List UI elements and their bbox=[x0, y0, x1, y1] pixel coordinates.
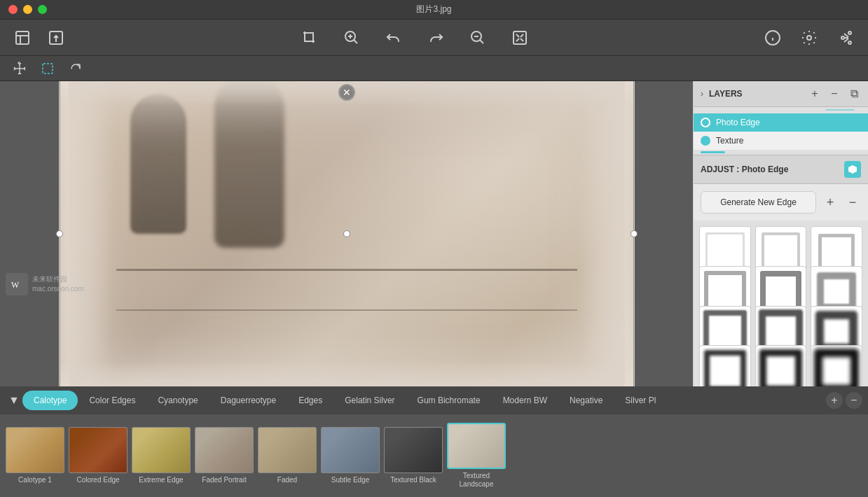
layers-remove-button[interactable]: − bbox=[827, 87, 841, 101]
layer-indicator-photo-edge bbox=[701, 118, 710, 127]
layer-name-photo-edge: Photo Edge bbox=[716, 118, 760, 127]
thumb-img-faded-portrait[interactable] bbox=[195, 427, 254, 473]
svg-point-8 bbox=[848, 31, 851, 34]
info-icon[interactable] bbox=[762, 27, 784, 49]
layers-chevron[interactable]: › bbox=[701, 89, 703, 99]
thumb-img-textured-black[interactable] bbox=[384, 427, 443, 473]
filter-add-button[interactable]: + bbox=[826, 392, 843, 409]
thumb-label-extreme-edge: Extreme Edge bbox=[139, 476, 183, 484]
redo-icon[interactable] bbox=[425, 27, 447, 49]
layer-item-photo-edge[interactable]: Photo Edge bbox=[694, 113, 868, 132]
tab-negative[interactable]: Negative bbox=[558, 391, 614, 410]
rect-select-icon[interactable] bbox=[39, 60, 56, 77]
tab-gum-bichromate[interactable]: Gum Bichromate bbox=[406, 391, 492, 410]
thumb-label-colored-edge: Colored Edge bbox=[76, 476, 119, 484]
generate-area: Generate New Edge + − bbox=[694, 184, 868, 220]
layer-item-texture[interactable]: Texture bbox=[694, 132, 868, 150]
thumb-img-calotype1[interactable] bbox=[6, 427, 64, 473]
adjust-header: ADJUST : Photo Edge bbox=[694, 155, 868, 184]
thumb-item-textured-black[interactable]: Textured Black bbox=[384, 427, 443, 484]
thumb-item-calotype1[interactable]: Calotype 1 bbox=[6, 427, 64, 484]
window-title: 图片3.jpg bbox=[416, 4, 451, 15]
thumb-item-faded[interactable]: Faded bbox=[258, 427, 317, 484]
generate-minus-button[interactable]: − bbox=[844, 194, 861, 211]
window-controls bbox=[8, 5, 47, 14]
thumb-img-extreme-edge[interactable] bbox=[132, 427, 191, 473]
thumb-img-textured-landscape[interactable] bbox=[447, 423, 506, 469]
watermark-logo: W bbox=[6, 273, 28, 295]
edges-grid bbox=[694, 220, 868, 386]
watermark-line1: 未来软件园 bbox=[32, 274, 84, 284]
svg-point-6 bbox=[807, 36, 811, 40]
photo-view-icon[interactable] bbox=[11, 27, 34, 49]
thumb-img-inner-calotype1 bbox=[6, 428, 64, 472]
layers-copy-button[interactable]: ⧉ bbox=[847, 87, 861, 101]
tab-gelatin-silver[interactable]: Gelatin Silver bbox=[333, 391, 406, 410]
edge-thumb-11[interactable] bbox=[755, 345, 807, 386]
thumb-item-faded-portrait[interactable]: Faded Portrait bbox=[195, 427, 254, 484]
sub-toolbar bbox=[0, 56, 868, 81]
filter-tabs: ▼ Calotype Color Edges Cyanotype Daguerr… bbox=[0, 386, 868, 414]
thumb-label-faded: Faded bbox=[277, 476, 297, 484]
thumb-item-subtle-edge[interactable]: Subtle Edge bbox=[321, 427, 380, 484]
scroll-indicator bbox=[826, 109, 854, 111]
thumb-img-inner-textured-black bbox=[385, 428, 442, 472]
thumb-label-faded-portrait: Faded Portrait bbox=[202, 476, 246, 484]
undo-icon[interactable] bbox=[383, 27, 405, 49]
share-icon[interactable] bbox=[834, 27, 857, 49]
move-icon[interactable] bbox=[11, 60, 28, 77]
edge-thumb-12[interactable] bbox=[811, 345, 862, 386]
generate-new-edge-button[interactable]: Generate New Edge bbox=[701, 191, 816, 214]
settings-icon[interactable] bbox=[798, 27, 820, 49]
zoom-out-icon[interactable] bbox=[467, 27, 489, 49]
thumbnail-strip: Calotype 1 Colored Edge Extreme Edge Fad… bbox=[0, 414, 868, 497]
thumb-img-subtle-edge[interactable] bbox=[321, 427, 380, 473]
tab-calotype[interactable]: Calotype bbox=[22, 391, 78, 410]
tab-modern-bw[interactable]: Modern BW bbox=[492, 391, 558, 410]
photo-mock bbox=[60, 81, 633, 386]
tab-silver-pl[interactable]: Silver Pl bbox=[614, 391, 667, 410]
titlebar: 图片3.jpg bbox=[0, 0, 868, 20]
rotate-icon[interactable] bbox=[67, 60, 84, 77]
photo-edge-overlay bbox=[60, 81, 633, 386]
fullscreen-icon[interactable] bbox=[509, 27, 531, 49]
tab-daguerreotype[interactable]: Daguerreotype bbox=[209, 391, 287, 410]
tab-edges[interactable]: Edges bbox=[287, 391, 333, 410]
thumb-item-textured-landscape[interactable]: TexturedLandscape bbox=[447, 423, 506, 489]
layer-indicator-texture bbox=[701, 136, 710, 146]
close-window-button[interactable] bbox=[8, 5, 18, 14]
main-toolbar bbox=[0, 20, 868, 56]
thumb-item-colored-edge[interactable]: Colored Edge bbox=[69, 427, 128, 484]
thumb-img-inner-colored-edge bbox=[69, 428, 127, 472]
tab-cyanotype[interactable]: Cyanotype bbox=[146, 391, 209, 410]
crop-icon[interactable] bbox=[298, 27, 321, 49]
zoom-in-icon[interactable] bbox=[340, 27, 363, 49]
watermark-line2: mac.orsoon.com bbox=[32, 284, 84, 294]
generate-plus-button[interactable]: + bbox=[822, 194, 839, 211]
adjust-title: ADJUST : Photo Edge bbox=[701, 164, 844, 174]
layer-scroll-indicator bbox=[701, 151, 725, 153]
export-icon[interactable] bbox=[45, 27, 67, 49]
layer-close-button[interactable]: ✕ bbox=[338, 84, 355, 101]
content-area: ✕ W 未来软件园 mac.orsoon.com › LAYERS + − ⧉ bbox=[0, 81, 868, 386]
thumb-img-inner-textured-landscape bbox=[448, 424, 504, 468]
thumb-label-textured-black: Textured Black bbox=[390, 476, 436, 484]
thumb-img-colored-edge[interactable] bbox=[69, 427, 128, 473]
toolbar-right bbox=[762, 27, 857, 49]
minimize-window-button[interactable] bbox=[23, 5, 32, 14]
svg-marker-12 bbox=[848, 165, 857, 174]
filter-tabs-arrow[interactable]: ▼ bbox=[6, 392, 22, 409]
thumb-item-extreme-edge[interactable]: Extreme Edge bbox=[132, 427, 191, 484]
svg-rect-0 bbox=[16, 31, 29, 44]
thumb-img-faded[interactable] bbox=[258, 427, 317, 473]
filter-tabs-right: + − bbox=[826, 392, 862, 409]
thumb-img-inner-faded bbox=[259, 428, 316, 472]
tab-color-edges[interactable]: Color Edges bbox=[78, 391, 146, 410]
filter-remove-button[interactable]: − bbox=[846, 392, 862, 409]
edge-thumb-10[interactable] bbox=[699, 345, 751, 386]
layers-add-button[interactable]: + bbox=[808, 87, 822, 101]
adjust-icon[interactable] bbox=[844, 161, 861, 178]
svg-rect-4 bbox=[514, 31, 526, 44]
svg-rect-10 bbox=[43, 64, 53, 74]
maximize-window-button[interactable] bbox=[38, 5, 47, 14]
